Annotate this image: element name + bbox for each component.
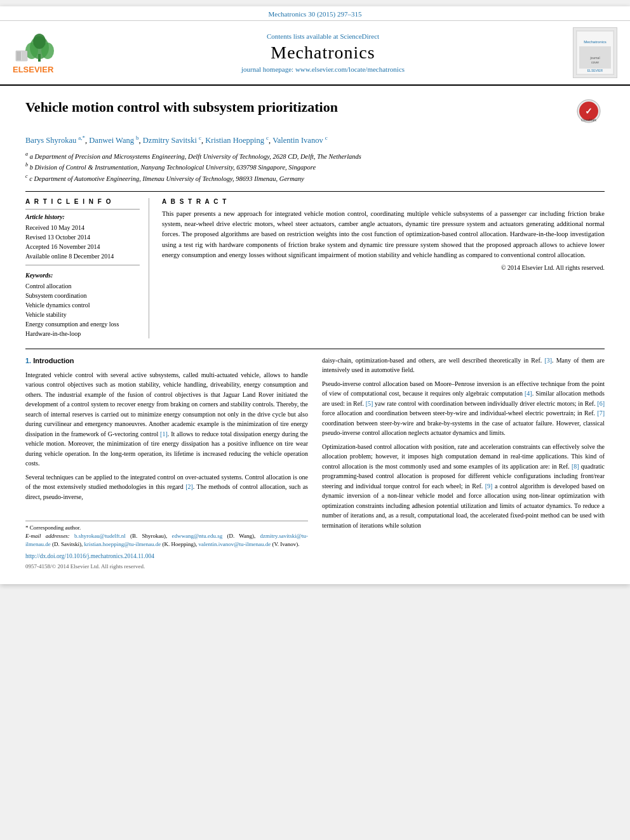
author-shyrokau: Barys Shyrokau [25,136,76,145]
footnote-section: * Corresponding author. E-mail addresses… [25,521,308,548]
contents-available-line: Contents lists available at ScienceDirec… [73,32,573,40]
article-info-abstract-section: A R T I C L E I N F O Article history: R… [25,191,605,338]
email-wang[interactable]: edwwang@ntu.edu.sg [172,533,223,539]
homepage-url[interactable]: www.elsevier.com/locate/mechatronics [295,65,405,73]
ref-5[interactable]: [5] [366,400,373,407]
keyword-5: Energy consumption and energy loss [25,319,140,329]
author-wang: Danwei Wang [89,136,134,145]
svg-text:ELSEVIER: ELSEVIER [587,69,603,72]
keyword-2: Subsystem coordination [25,291,140,300]
svg-text:Mechatronics: Mechatronics [584,40,607,44]
article-title-section: Vehicle motion control with subsystem pr… [25,98,605,127]
author-savitski-sup: c [199,135,201,141]
ref-3[interactable]: [3] [544,357,552,364]
body-columns: 1. Introduction Integrated vehicle contr… [25,356,605,571]
ref-9[interactable]: [9] [485,483,493,490]
footnote-corresponding: * Corresponding author. [25,524,308,532]
footnote-emails: E-mail addresses: b.shyrokau@tudelft.nl … [25,532,308,548]
footnote-area: * Corresponding author. E-mail addresses… [25,521,308,571]
svg-point-4 [33,34,46,49]
body-divider [25,349,605,349]
right-para2: Pseudo-inverse control allocation based … [322,379,605,438]
author-shyrokau-sup: a,* [78,135,85,141]
email-hoepping[interactable]: kristian.hoepping@tu-ilmenau.de [84,541,161,547]
intro-para2: Several techniques can be applied to the… [25,472,308,502]
author-wang-sup: b [136,135,139,141]
author-hoepping-sup: c [266,135,269,141]
right-para1: daisy-chain, optimization-based and othe… [322,356,605,375]
authors-line: Barys Shyrokau a,*, Danwei Wang b, Dzmit… [25,133,605,147]
divider2 [25,265,140,265]
author-hoepping: Kristian Hoepping [205,136,264,145]
affiliation-c: c c Department of Automotive Engineering… [25,173,605,183]
journal-header: ELSEVIER Contents lists available at Sci… [0,21,630,86]
svg-text:journal: journal [589,56,600,60]
crossmark-svg: ✓ CrossMark [576,98,601,124]
svg-rect-6 [17,51,21,60]
keyword-6: Hardware-in-the-loop [25,329,140,338]
elsevier-tree-svg [13,32,70,63]
copyright: © 2014 Elsevier Ltd. All rights reserved… [162,264,605,271]
abstract-text: This paper presents a new approach for i… [162,209,605,260]
ref-6[interactable]: [6] [597,400,605,407]
article-title: Vehicle motion control with subsystem pr… [25,98,570,117]
affiliations: a a Department of Precision and Microsys… [25,150,605,183]
emails-label: E-mail addresses: [25,533,70,539]
keyword-3: Vehicle dynamics control [25,300,140,310]
author-ivanov: Valentin Ivanov [272,136,323,145]
article-info-col: A R T I C L E I N F O Article history: R… [25,198,149,338]
available-date: Available online 8 December 2014 [25,251,140,261]
author-ivanov-sup: c [325,135,328,141]
mechatronics-cover-svg: Mechatronics journal cover ELSEVIER [576,30,614,75]
svg-rect-7 [22,51,27,60]
ref-8[interactable]: [8] [572,463,579,470]
main-content: Vehicle motion control with subsystem pr… [0,86,630,584]
keywords-label: Keywords: [25,272,140,279]
doi-link: http://dx.doi.org/10.1016/j.mechatronics… [25,552,308,561]
elsevier-brand: ELSEVIER [13,65,73,74]
homepage-line: journal homepage: www.elsevier.com/locat… [73,65,573,73]
article-history-label: Article history: [25,213,140,220]
author-savitski: Dzmitry Savitski [143,136,197,145]
ref-1[interactable]: [1] [160,430,168,437]
keyword-4: Vehicle stability [25,310,140,319]
keyword-1: Control allocation [25,281,140,291]
intro-heading: 1. Introduction [25,356,308,366]
email-ivanov[interactable]: valentin.ivanov@tu-ilmenau.de [199,541,271,547]
ref-2[interactable]: [2] [185,483,193,490]
affiliation-a: a a Department of Precision and Microsys… [25,150,605,161]
page: Mechatronics 30 (2015) 297–315 [0,6,630,584]
journal-title: Mechatronics [73,43,573,63]
abstract-label: A B S T R A C T [162,198,605,205]
issn-copyright: 0957-4158/© 2014 Elsevier Ltd. All right… [25,563,308,571]
body-left-col: 1. Introduction Integrated vehicle contr… [25,356,308,571]
svg-text:cover: cover [591,60,600,64]
doi[interactable]: http://dx.doi.org/10.1016/j.mechatronics… [25,553,154,559]
journal-center-info: Contents lists available at ScienceDirec… [73,32,573,73]
intro-para1: Integrated vehicle control with several … [25,370,308,469]
divider [25,209,140,210]
affiliation-b: b b Division of Control & Instrumentatio… [25,161,605,172]
section-title: Introduction [33,357,74,364]
ref-7[interactable]: [7] [597,410,605,417]
elsevier-tree-graphic [13,32,70,63]
revised-date: Revised 13 October 2014 [25,232,140,242]
crossmark-badge[interactable]: ✓ CrossMark [576,98,605,127]
elsevier-logo-area: ELSEVIER [13,32,73,74]
received-date: Received 10 May 2014 [25,223,140,232]
article-info-label: A R T I C L E I N F O [25,198,140,205]
abstract-col: A B S T R A C T This paper presents a ne… [162,198,605,338]
email-shyrokau[interactable]: b.shyrokau@tudelft.nl [74,533,126,539]
journal-cover-logo: Mechatronics journal cover ELSEVIER [573,27,617,78]
body-right-col: daisy-chain, optimization-based and othe… [322,356,605,571]
top-bar: Mechatronics 30 (2015) 297–315 [0,6,630,21]
section-num: 1. [25,357,31,364]
journal-citation: Mechatronics 30 (2015) 297–315 [269,10,362,18]
svg-text:✓: ✓ [585,106,593,116]
right-para3: Optimization-based control allocation wi… [322,442,605,531]
svg-text:CrossMark: CrossMark [581,118,597,122]
sciencedirect-link[interactable]: ScienceDirect [340,32,379,40]
accepted-date: Accepted 16 November 2014 [25,242,140,251]
ref-4[interactable]: [4] [525,390,532,397]
